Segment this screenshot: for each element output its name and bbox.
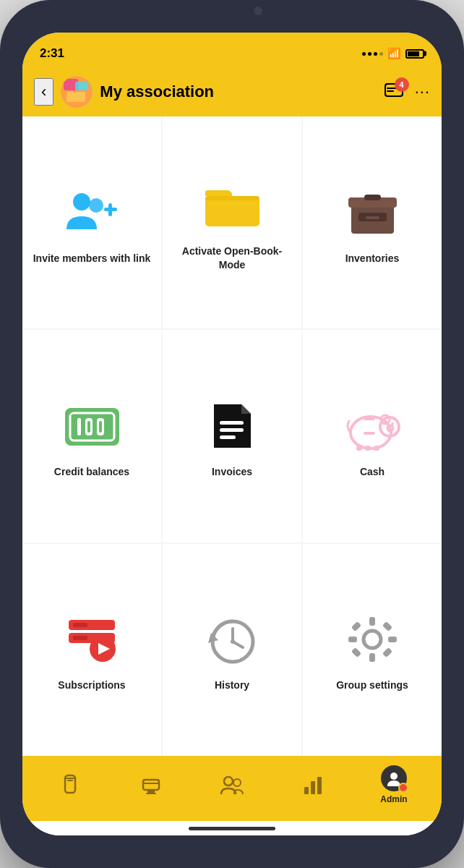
svg-rect-52 [369, 653, 375, 662]
svg-point-65 [224, 777, 233, 786]
members-icon [220, 774, 244, 796]
nav-item-members[interactable] [192, 774, 272, 796]
svg-rect-27 [220, 428, 244, 432]
svg-rect-34 [364, 417, 375, 420]
history-icon [205, 610, 259, 668]
notch [181, 0, 283, 22]
grid-item-open-book[interactable]: Activate Open-Book-Mode [163, 116, 301, 328]
svg-rect-58 [382, 647, 392, 658]
svg-rect-28 [220, 435, 236, 439]
svg-rect-26 [220, 421, 244, 425]
invoices-label: Invoices [212, 465, 252, 478]
drink-icon [60, 774, 80, 796]
wifi-icon: 📶 [387, 47, 401, 60]
page-title: My association [100, 82, 375, 101]
grid-item-history[interactable]: History [163, 544, 301, 756]
admin-icon [381, 765, 407, 791]
grid-item-invoices[interactable]: Invoices [163, 330, 301, 542]
svg-rect-7 [387, 90, 394, 92]
svg-rect-42 [73, 636, 87, 640]
status-time: 2:31 [40, 46, 64, 61]
admin-badge [398, 783, 408, 793]
open-book-label: Activate Open-Book-Mode [170, 244, 294, 271]
grid-item-cash[interactable]: Cash [303, 330, 442, 542]
nav-item-drink[interactable] [30, 774, 111, 796]
svg-rect-36 [365, 446, 371, 451]
grid-item-invite-members[interactable]: Invite members with link [22, 116, 161, 328]
credit-balances-label: Credit balances [54, 465, 129, 478]
svg-rect-38 [364, 432, 375, 435]
svg-rect-53 [348, 637, 357, 642]
svg-rect-35 [356, 446, 362, 451]
cash-label: Cash [360, 465, 384, 478]
open-book-icon [202, 176, 263, 234]
admin-label: Admin [380, 794, 407, 804]
svg-point-66 [233, 779, 241, 786]
svg-rect-2 [75, 82, 88, 90]
invite-members-icon [63, 184, 121, 242]
svg-rect-11 [108, 203, 112, 216]
svg-rect-55 [351, 621, 361, 631]
svg-rect-62 [143, 780, 159, 783]
notification-button[interactable]: 4 [383, 82, 405, 102]
svg-rect-23 [87, 421, 90, 433]
svg-rect-57 [351, 647, 361, 658]
food-icon [140, 774, 162, 796]
svg-rect-63 [147, 790, 155, 793]
svg-point-71 [400, 785, 406, 791]
svg-rect-37 [374, 446, 379, 451]
svg-point-33 [391, 422, 394, 425]
nav-item-admin[interactable]: Admin [353, 765, 434, 804]
notification-badge: 4 [395, 77, 409, 92]
bottom-navigation: Admin [22, 756, 442, 821]
phone-screen: 2:31 📶 ‹ [22, 33, 442, 835]
camera [254, 7, 262, 15]
more-button[interactable]: ··· [415, 82, 430, 101]
svg-rect-12 [205, 196, 259, 226]
svg-rect-18 [366, 216, 379, 219]
svg-rect-3 [66, 92, 85, 102]
header: ‹ My association [22, 67, 442, 116]
svg-point-50 [364, 631, 381, 648]
cash-icon [342, 397, 403, 455]
home-bar [189, 827, 275, 830]
svg-point-49 [231, 639, 235, 644]
grid-item-inventories[interactable]: Inventories [303, 116, 442, 328]
grid-item-credit[interactable]: Credit balances [22, 330, 161, 542]
nav-item-food[interactable] [111, 774, 192, 796]
svg-rect-69 [317, 777, 322, 794]
svg-point-9 [89, 198, 103, 213]
svg-rect-21 [77, 418, 81, 435]
inventories-label: Inventories [345, 252, 400, 265]
svg-rect-16 [364, 195, 381, 200]
credit-balances-icon [61, 397, 123, 455]
svg-rect-25 [99, 421, 102, 433]
svg-rect-54 [388, 637, 397, 642]
svg-point-8 [73, 193, 90, 210]
back-button[interactable]: ‹ [34, 78, 53, 106]
battery-icon [405, 49, 424, 59]
stats-icon [302, 774, 324, 796]
status-icons: 📶 [362, 47, 424, 60]
svg-rect-40 [73, 623, 87, 627]
invite-members-label: Invite members with link [33, 252, 151, 265]
svg-rect-56 [382, 621, 392, 631]
svg-rect-64 [146, 793, 156, 794]
inventories-icon [345, 184, 400, 242]
nav-item-stats[interactable] [272, 774, 353, 796]
grid-item-group-settings[interactable]: Group settings [303, 544, 442, 756]
phone-frame: 2:31 📶 ‹ [0, 0, 464, 868]
signal-dots [362, 52, 383, 56]
home-indicator [22, 821, 442, 835]
group-settings-label: Group settings [336, 678, 408, 692]
status-bar: 2:31 📶 [22, 33, 442, 67]
avatar [61, 76, 93, 108]
svg-rect-60 [67, 780, 73, 781]
svg-rect-13 [205, 196, 259, 200]
svg-point-70 [390, 773, 398, 780]
svg-rect-51 [369, 617, 375, 626]
history-label: History [215, 678, 249, 692]
header-actions: 4 ··· [383, 82, 430, 102]
invoices-icon [205, 397, 259, 455]
grid-item-subscriptions[interactable]: Subscriptions [22, 544, 161, 756]
